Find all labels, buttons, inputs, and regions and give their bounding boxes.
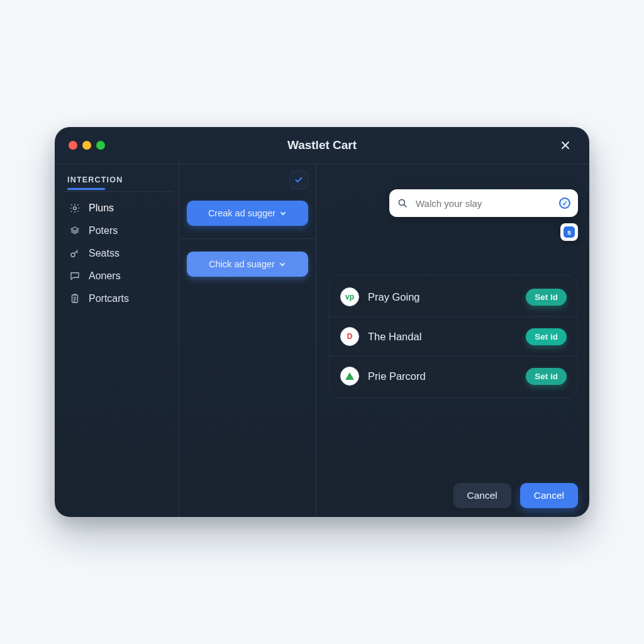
set-id-button[interactable]: Set ld xyxy=(526,289,567,306)
avatar: vp xyxy=(340,287,359,306)
sidebar: INTERCTION Pluns Poters xyxy=(55,164,179,517)
sidebar-active-indicator xyxy=(67,188,105,190)
cancel-button[interactable]: Cancel xyxy=(453,483,511,508)
clipboard-icon xyxy=(69,292,81,305)
results-list: vp Pray Going Set ld D The Handal Set id… xyxy=(329,275,578,398)
middle-column: Creak ad sugger Chick ad suager xyxy=(179,164,316,517)
sidebar-item-portcarts[interactable]: Portcarts xyxy=(64,287,172,310)
sidebar-item-label: Poters xyxy=(89,225,118,236)
chevron-down-icon xyxy=(279,260,286,268)
sidebar-item-seatss[interactable]: Seatss xyxy=(64,242,172,265)
confirm-button[interactable]: Cancel xyxy=(520,483,578,508)
key-icon xyxy=(69,247,81,260)
window-minimize-dot[interactable] xyxy=(82,141,91,150)
sidebar-item-label: Portcarts xyxy=(89,293,129,304)
sidebar-item-label: Aoners xyxy=(89,270,121,282)
close-icon[interactable] xyxy=(555,135,575,155)
chevron-down-icon xyxy=(279,209,287,217)
window-zoom-dot[interactable] xyxy=(96,141,105,150)
list-item-label: Pray Going xyxy=(368,291,517,303)
sidebar-item-label: Seatss xyxy=(89,248,119,259)
list-item[interactable]: vp Pray Going Set ld xyxy=(329,277,578,316)
sidebar-item-aoners[interactable]: Aoners xyxy=(64,265,172,287)
middle-divider xyxy=(179,238,316,239)
right-panel: ✓ s vp Pray Going Set ld D The Handal Se… xyxy=(316,164,589,517)
sidebar-item-pluns[interactable]: Pluns xyxy=(64,197,172,219)
check-suggestion-button[interactable]: Chick ad suager xyxy=(187,252,308,277)
sidebar-heading: INTERCTION xyxy=(67,175,169,184)
set-id-button[interactable]: Set id xyxy=(526,368,567,385)
window-controls xyxy=(69,141,105,150)
button-label: Chick ad suager xyxy=(209,259,275,269)
svg-point-2 xyxy=(74,207,77,210)
search-shortcut-chip[interactable]: s xyxy=(560,223,578,241)
stack-icon xyxy=(69,225,81,237)
set-id-button[interactable]: Set id xyxy=(526,328,567,345)
list-item[interactable]: Prie Parcord Set id xyxy=(329,356,578,396)
button-label: Creak ad sugger xyxy=(208,208,275,218)
titlebar: Wastlet Cart xyxy=(55,127,589,164)
shortcut-letter: s xyxy=(564,226,575,238)
sidebar-divider xyxy=(64,191,172,192)
search-field[interactable]: ✓ xyxy=(389,189,578,217)
list-item[interactable]: D The Handal Set id xyxy=(329,316,578,356)
list-item-label: Prie Parcord xyxy=(368,370,517,382)
selection-check-icon[interactable] xyxy=(289,170,308,189)
search-area: ✓ s xyxy=(329,189,578,241)
window-title: Wastlet Cart xyxy=(55,138,589,152)
svg-point-3 xyxy=(71,253,75,257)
drive-triangle-icon xyxy=(345,372,354,380)
footer-actions: Cancel Cancel xyxy=(329,472,578,508)
svg-point-5 xyxy=(399,199,404,205)
create-suggestion-button[interactable]: Creak ad sugger xyxy=(187,201,308,226)
search-input[interactable] xyxy=(414,197,553,209)
window-close-dot[interactable] xyxy=(69,141,77,150)
avatar: D xyxy=(340,327,359,346)
verified-icon: ✓ xyxy=(559,197,570,209)
sidebar-item-label: Pluns xyxy=(89,203,114,214)
gear-icon xyxy=(69,202,81,214)
window-body: INTERCTION Pluns Poters xyxy=(55,164,589,517)
sidebar-item-poters[interactable]: Poters xyxy=(64,219,172,242)
chat-icon xyxy=(69,270,81,282)
search-icon xyxy=(397,197,408,209)
list-item-label: The Handal xyxy=(368,331,517,343)
app-window: Wastlet Cart INTERCTION Pluns xyxy=(55,127,589,517)
avatar xyxy=(340,367,359,386)
